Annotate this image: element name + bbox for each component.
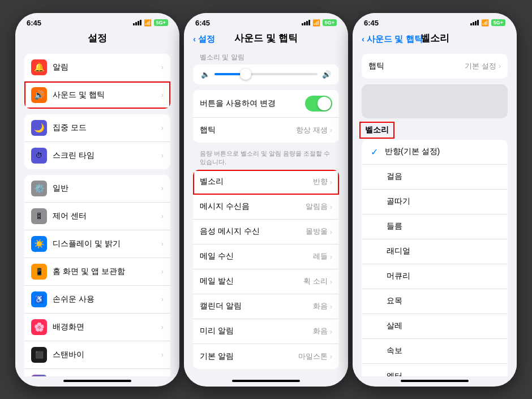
ringtone-item[interactable]: 벨소리 반향 ›	[193, 170, 339, 195]
ringtone-list-item-3[interactable]: 골따기	[362, 190, 508, 214]
haptic-item[interactable]: 햅틱 항상 재생 ›	[193, 118, 339, 143]
calendar-item[interactable]: 캘린더 알림 화음 ›	[193, 294, 339, 319]
chevron-icon: ›	[161, 151, 164, 160]
chevron-icon: ›	[330, 178, 332, 186]
sidebar-item-siri[interactable]: 🤖 Siri 및 검색 ›	[24, 369, 170, 376]
default-alert-item[interactable]: 기본 알림 마일스톤 ›	[193, 344, 339, 369]
button-change-toggle[interactable]	[305, 96, 332, 111]
ringtone-list-group: ✓ 반향(기본 설정) 걸음 골따기 들름 래디얼	[362, 140, 508, 376]
homescreen-label: 홈 화면 및 앱 보관함	[53, 267, 161, 277]
sidebar-item-notifications[interactable]: 🔔 알림 ›	[24, 54, 170, 81]
sidebar-item-display[interactable]: ☀️ 디스플레이 및 밝기 ›	[24, 230, 170, 258]
notification-label: 알림	[53, 62, 161, 72]
chevron-icon: ›	[161, 267, 164, 276]
chevron-icon: ›	[330, 126, 332, 134]
status-bar-2: 6:45 📶 5G+	[184, 13, 348, 29]
chevron-icon: ›	[330, 327, 332, 336]
home-indicator-1	[63, 380, 131, 382]
sidebar-item-focus[interactable]: 🌙 집중 모드 ›	[24, 114, 170, 142]
ringtone-item-label-10: 엘터	[387, 371, 499, 376]
siri-icon: 🤖	[31, 375, 47, 376]
nav-bar-2: ‹ 설정 사운드 및 햅틱	[184, 29, 348, 49]
volume-high-icon: 🔊	[322, 70, 331, 79]
status-icons-3: 📶 5G+	[470, 19, 505, 27]
reminder-item[interactable]: 미리 알림 화음 ›	[193, 319, 339, 344]
phone-sound: 6:45 📶 5G+ ‹ 설정 사운드 및 햅틱 벨소리 및 알림 🔈	[184, 13, 348, 387]
sidebar-item-screentime[interactable]: ⏱ 스크린 타임 ›	[24, 142, 170, 169]
general-icon: ⚙️	[31, 181, 47, 196]
ringtone-value: 반향	[313, 177, 328, 187]
ringtone-list-item-4[interactable]: 들름	[362, 214, 508, 239]
ringtone-list-item-5[interactable]: 래디얼	[362, 239, 508, 264]
signal-icon-2	[302, 20, 310, 25]
chevron-icon: ›	[499, 62, 501, 70]
control-label: 제어 센터	[53, 211, 161, 221]
haptic-setting-item[interactable]: 햅틱 기본 설정 ›	[362, 54, 508, 79]
chevron-icon: ›	[161, 350, 164, 359]
voicemail-label: 음성 메시지 수신	[200, 226, 306, 237]
screentime-icon: ⏱	[31, 148, 47, 164]
haptic-setting-label: 햅틱	[368, 61, 465, 71]
slider-thumb	[240, 68, 251, 80]
sidebar-item-general[interactable]: ⚙️ 일반 ›	[24, 175, 170, 203]
sidebar-item-sound[interactable]: 🔊 사운드 및 햅틱 ›	[24, 81, 170, 109]
phone-ringtone: 6:45 📶 5G+ ‹ 사운드 및 햅틱 벨소리 햅틱 기본	[353, 13, 517, 387]
ringtone-section-label: 벨소리	[362, 124, 392, 136]
phones-container: 6:45 📶 5G+ 설정 🔔 알림 ›	[4, 2, 528, 398]
display-label: 디스플레이 및 밝기	[53, 239, 161, 249]
sidebar-item-homescreen[interactable]: 📱 홈 화면 및 앱 보관함 ›	[24, 258, 170, 286]
accessibility-icon: ♿	[31, 291, 47, 307]
sidebar-item-accessibility[interactable]: ♿ 손쉬운 사용 ›	[24, 286, 170, 314]
settings-group-2: 🌙 집중 모드 › ⏱ 스크린 타임 ›	[24, 114, 170, 169]
time-1: 6:45	[27, 19, 41, 27]
nav-bar-3: ‹ 사운드 및 햅틱 벨소리	[353, 29, 517, 49]
voicemail-item[interactable]: 음성 메시지 수신 몰방울 ›	[193, 220, 339, 244]
volume-row: 🔈 🔊	[201, 70, 331, 79]
settings-group-3: ⚙️ 일반 › 🎛 제어 센터 › ☀️ 디스플레이 및 밝기 › 📱 홈 화면…	[24, 175, 170, 376]
battery-badge-1: 5G+	[154, 19, 168, 26]
notification-icon: 🔔	[31, 59, 47, 75]
sidebar-item-standby[interactable]: ⬛ 스탠바이 ›	[24, 341, 170, 369]
status-bar-1: 6:45 📶 5G+	[15, 13, 179, 29]
ringtone-item-label-4: 들름	[387, 221, 499, 231]
volume-slider[interactable]	[214, 73, 318, 75]
ringtone-list-item-9[interactable]: 속보	[362, 339, 508, 364]
ringtone-list-item-2[interactable]: 걸음	[362, 165, 508, 190]
ringtone-label: 벨소리	[200, 177, 313, 187]
default-alert-value: 마일스톤	[298, 351, 328, 362]
msg-sound-label: 메시지 수신음	[200, 201, 306, 212]
chevron-icon: ›	[330, 277, 332, 286]
chevron-icon: ›	[330, 352, 332, 361]
back-button-3[interactable]: ‹ 사운드 및 햅틱	[362, 34, 423, 45]
settings-group-1: 🔔 알림 › 🔊 사운드 및 햅틱 ›	[24, 54, 170, 109]
signal-icon-3	[470, 20, 479, 25]
ringtone-list-item-8[interactable]: 살레	[362, 314, 508, 339]
sidebar-item-wallpaper[interactable]: 🌸 배경화면 ›	[24, 314, 170, 341]
ringtone-item-label-3: 골따기	[387, 196, 499, 207]
msg-sound-item[interactable]: 메시지 수신음 알림음 ›	[193, 195, 339, 220]
ringtone-list-item-7[interactable]: 요목	[362, 289, 508, 314]
home-indicator-2	[232, 380, 300, 382]
mail-receive-item[interactable]: 메일 수신 레들 ›	[193, 244, 339, 269]
sound-icon: 🔊	[31, 87, 47, 103]
time-2: 6:45	[195, 19, 210, 27]
chevron-icon: ›	[161, 212, 164, 220]
ringtone-list-item-1[interactable]: ✓ 반향(기본 설정)	[362, 140, 508, 165]
wifi-icon-2: 📶	[312, 19, 320, 27]
display-icon: ☀️	[31, 236, 47, 252]
battery-badge-3: 5G+	[491, 19, 505, 26]
sound-settings-group-2: 벨소리 반향 › 메시지 수신음 알림음 › 음성 메시지 수신 몰방울 › 메…	[193, 170, 339, 369]
chevron-icon: ›	[330, 203, 332, 211]
haptic-value: 항상 재생	[296, 125, 328, 135]
general-label: 일반	[53, 183, 161, 194]
ringtone-list-item-10[interactable]: 엘터	[362, 364, 508, 376]
sidebar-item-control[interactable]: 🎛 제어 센터 ›	[24, 203, 170, 230]
button-change-item[interactable]: 버튼을 사용하여 변경	[193, 90, 339, 118]
toggle-thumb	[318, 97, 331, 110]
mail-send-item[interactable]: 메일 발신 휙 소리 ›	[193, 269, 339, 294]
checkmark-icon: ✓	[371, 147, 378, 157]
content-3: 햅틱 기본 설정 › 벨소리 ✓ 반향(기본 설정) 걸음	[353, 49, 517, 376]
ringtone-list-item-6[interactable]: 머큐리	[362, 264, 508, 289]
back-button-2[interactable]: ‹ 설정	[193, 34, 215, 45]
battery-badge-2: 5G+	[323, 19, 337, 26]
